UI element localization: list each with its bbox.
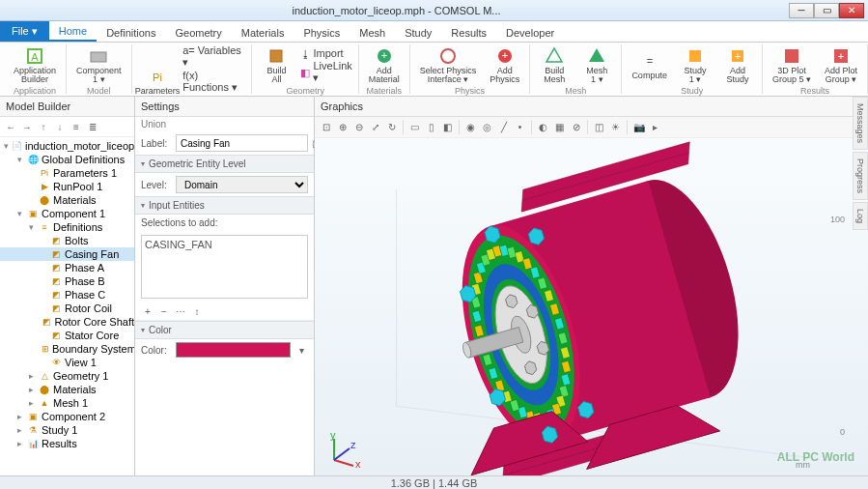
tab-physics[interactable]: Physics [294,24,350,42]
zoom-extents-button[interactable]: ⤢ [368,120,382,134]
rotate-button[interactable]: ↻ [384,120,399,134]
sel-browse-button[interactable]: ⋯ [174,304,187,318]
label-input[interactable] [176,134,308,152]
study1-button[interactable]: Study 1 ▾ [677,44,714,86]
tree-node[interactable]: ▸⬤Materials [0,383,134,396]
import-button[interactable]: ⭳Import [300,47,351,59]
tree-node[interactable]: ◩Phase A [0,261,134,274]
clip-plane-button[interactable]: ◫ [592,120,606,134]
graphics-viewport[interactable]: x y z 0 100 mm ALL PC World [315,137,868,475]
close-button[interactable]: ✕ [839,3,864,18]
tree-node[interactable]: ◩Bolts [0,234,134,247]
tree-node[interactable]: ⊞Boundary System 1 [0,342,134,356]
selections-list[interactable]: CASING_FAN [141,235,308,299]
select-bnd-button[interactable]: ◎ [480,120,494,134]
tab-definitions[interactable]: Definitions [97,24,165,42]
tree-node[interactable]: ◩Rotor Core Shaft [0,315,134,329]
tree-toggle-icon[interactable]: ▾ [27,222,36,232]
tree-toggle-icon[interactable]: ▸ [27,385,36,394]
zoom-in-button[interactable]: ⊕ [335,120,350,134]
model-tree[interactable]: ▾📄induction_motor_liceop.mph▾🌐Global Def… [0,137,134,475]
component-button[interactable]: Component 1 ▾ [72,44,126,86]
tree-toggle-icon[interactable]: ▸ [15,412,24,421]
tab-materials[interactable]: Materials [232,24,294,42]
tree-node[interactable]: PiParameters 1 [0,166,134,180]
screenshot-button[interactable]: 📷 [631,120,646,134]
tree-node[interactable]: ▾≡Definitions [0,220,134,234]
selection-item[interactable]: CASING_FAN [145,239,212,250]
tree-node[interactable]: ▶RunPool 1 [0,180,134,193]
tree-node[interactable]: ▸△Geometry 1 [0,369,134,383]
sel-move-button[interactable]: ↕ [190,304,204,318]
tree-toggle-icon[interactable]: ▾ [4,141,9,151]
tree-node[interactable]: ⬤Materials [0,193,134,207]
mesh1-button[interactable]: Mesh 1 ▾ [578,44,615,86]
mb-expand-button[interactable]: ≡ [70,120,83,133]
level-select[interactable]: Domain [176,176,308,193]
zoom-box-button[interactable]: ⊡ [319,120,333,134]
transparency-button[interactable]: ◐ [536,120,550,134]
side-tab-progress[interactable]: Progress [853,152,868,200]
mb-up-button[interactable]: ↑ [37,120,50,133]
tab-home[interactable]: Home [49,22,97,42]
view-xy-button[interactable]: ▭ [407,120,422,134]
file-menu[interactable]: File ▾ [0,21,49,42]
tree-node[interactable]: 👁View 1 [0,356,134,369]
view-xz-button[interactable]: ◧ [440,120,455,134]
compute-button[interactable]: = Compute [628,44,671,86]
tree-toggle-icon[interactable]: ▸ [15,425,24,435]
maximize-button[interactable]: ▭ [814,3,839,18]
add-material-button[interactable]: + Add Material [365,44,404,86]
tree-node[interactable]: ▸▣Component 2 [0,410,134,423]
tree-node[interactable]: ◩Phase B [0,274,134,288]
build-mesh-button[interactable]: Build Mesh [536,44,573,86]
zoom-out-button[interactable]: ⊖ [351,120,366,134]
view-yz-button[interactable]: ▯ [424,120,438,134]
add-physics-button[interactable]: + Add Physics [486,44,523,86]
tab-geometry[interactable]: Geometry [165,24,231,42]
section-color[interactable]: Color [135,321,314,339]
variables-button[interactable]: a= Variables ▾ [182,44,245,69]
sel-remove-button[interactable]: − [157,304,171,318]
tab-mesh[interactable]: Mesh [350,24,395,42]
wireframe-button[interactable]: ▦ [552,120,567,134]
3d-plot-group-button[interactable]: 3D Plot Group 5 ▾ [769,44,815,86]
select-edge-button[interactable]: ╱ [496,120,511,134]
add-plot-group-button[interactable]: + Add Plot Group ▾ [821,44,861,86]
mb-fwd-button[interactable]: → [20,120,34,133]
section-geometric-entity[interactable]: Geometric Entity Level [135,155,314,173]
mb-collapse-button[interactable]: ≣ [86,120,99,133]
sel-add-button[interactable]: + [141,304,154,318]
tab-results[interactable]: Results [441,24,496,42]
tab-study[interactable]: Study [395,24,441,42]
tree-toggle-icon[interactable]: ▾ [15,155,24,164]
side-tab-messages[interactable]: Messages [853,97,868,150]
tree-node[interactable]: ◩Stator Core [0,329,134,342]
color-swatch[interactable] [176,342,291,358]
select-physics-button[interactable]: Select Physics Interface ▾ [416,44,481,86]
tree-node[interactable]: ▸📊Results [0,437,134,450]
build-all-button[interactable]: Build All [258,44,294,86]
lighting-button[interactable]: ☀ [608,120,623,134]
tab-developer[interactable]: Developer [496,24,564,42]
tree-node[interactable]: ▾▣Component 1 [0,207,134,220]
livelink-button[interactable]: ◧LiveLink ▾ [300,60,351,84]
section-input-entities[interactable]: Input Entities [135,196,314,215]
tree-node[interactable]: ▸⚗Study 1 [0,423,134,437]
tree-node[interactable]: ◩Phase C [0,288,134,302]
hide-button[interactable]: ⊘ [569,120,583,134]
tree-toggle-icon[interactable]: ▸ [15,439,24,448]
functions-button[interactable]: f(x) Functions ▾ [182,70,245,94]
tree-toggle-icon[interactable]: ▾ [15,209,24,218]
animation-button[interactable]: ▸ [648,120,662,134]
add-study-button[interactable]: + Add Study [719,44,756,86]
select-point-button[interactable]: • [513,120,527,134]
mb-down-button[interactable]: ↓ [53,120,67,133]
tree-toggle-icon[interactable]: ▸ [27,371,36,381]
minimize-button[interactable]: ─ [789,3,814,18]
tree-node[interactable]: ◩Casing Fan [0,247,134,261]
tree-node[interactable]: ▾📄induction_motor_liceop.mph [0,139,134,153]
tree-node[interactable]: ▸▲Mesh 1 [0,396,134,410]
tree-node[interactable]: ◩Rotor Coil [0,302,134,315]
side-tab-log[interactable]: Log [853,202,868,230]
